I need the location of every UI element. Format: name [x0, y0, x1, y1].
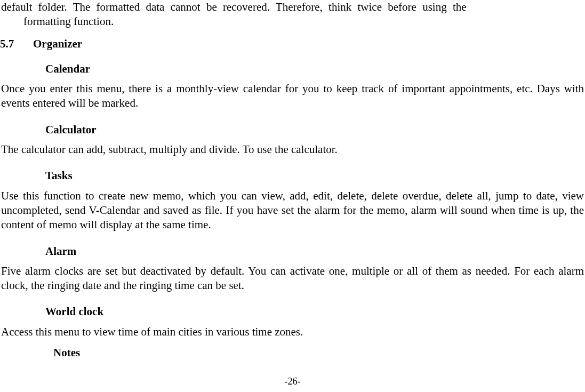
body-calculator: The calculator can add, subtract, multip… [0, 142, 585, 161]
section-title: Organizer [33, 37, 82, 50]
intro-paragraph-line1: default folder. The formatted data canno… [0, 0, 585, 14]
subheading-tasks: Tasks [0, 161, 585, 188]
page-number: -26- [0, 375, 585, 388]
intro-paragraph-line2: formatting function. [0, 14, 585, 29]
subheading-calculator: Calculator [0, 115, 585, 142]
section-number: 5.7 [0, 37, 33, 51]
document-page: default folder. The formatted data canno… [0, 0, 585, 360]
subheading-worldclock: World clock [0, 297, 585, 324]
body-worldclock: Access this menu to view time of main ci… [0, 325, 585, 343]
subheading-notes: Notes [0, 343, 585, 360]
body-tasks: Use this function to create new memo, wh… [0, 189, 585, 237]
subheading-alarm: Alarm [0, 237, 585, 264]
subheading-calendar: Calendar [0, 54, 585, 82]
section-heading-organizer: 5.7Organizer [0, 29, 585, 54]
body-alarm: Five alarm clocks are set but deactivate… [0, 264, 585, 298]
body-calendar: Once you enter this menu, there is a mon… [0, 82, 585, 115]
